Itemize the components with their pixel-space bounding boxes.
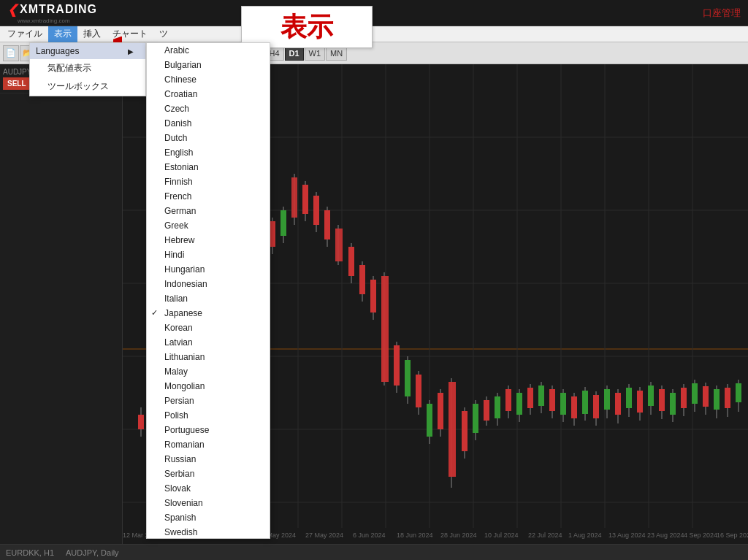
svg-rect-97 bbox=[549, 389, 555, 411]
svg-text:16 Sep 2024: 16 Sep 2024 bbox=[717, 532, 748, 539]
lang-slovenian[interactable]: Slovenian bbox=[147, 496, 270, 510]
lang-czech[interactable]: Czech bbox=[147, 101, 270, 116]
lang-french[interactable]: French bbox=[147, 189, 270, 204]
lang-lithuanian[interactable]: Lithuanian bbox=[147, 350, 270, 364]
svg-rect-79 bbox=[449, 382, 456, 477]
menu-item-market-watch[interactable]: 気配値表示 bbox=[30, 59, 145, 77]
toolbar-btn-new[interactable]: 📄 bbox=[3, 45, 19, 61]
svg-rect-123 bbox=[692, 383, 698, 404]
lang-mongolian[interactable]: Mongolian bbox=[147, 379, 270, 394]
svg-rect-49 bbox=[280, 210, 286, 236]
lang-croatian[interactable]: Croatian bbox=[147, 87, 270, 101]
lang-portuguese[interactable]: Portuguese bbox=[147, 423, 270, 437]
svg-rect-81 bbox=[462, 411, 468, 451]
lang-chinese[interactable]: Chinese bbox=[147, 72, 270, 87]
menu-item-toolbox[interactable]: ツールボックス bbox=[30, 77, 145, 96]
submenu-arrow-icon: ▶ bbox=[128, 47, 134, 55]
svg-rect-95 bbox=[538, 386, 544, 406]
svg-rect-109 bbox=[615, 393, 621, 415]
lang-arabic[interactable]: Arabic bbox=[147, 43, 270, 58]
lang-english[interactable]: English bbox=[147, 145, 270, 160]
svg-text:6 Jun 2024: 6 Jun 2024 bbox=[353, 532, 386, 539]
svg-rect-111 bbox=[626, 388, 632, 408]
lang-danish[interactable]: Danish bbox=[147, 116, 270, 131]
svg-rect-61 bbox=[348, 247, 354, 276]
menu-insert[interactable]: 挿入 bbox=[77, 26, 107, 42]
lang-latvian[interactable]: Latvian bbox=[147, 335, 270, 350]
lang-spanish[interactable]: Spanish bbox=[147, 510, 270, 525]
svg-rect-55 bbox=[313, 196, 319, 225]
svg-rect-129 bbox=[725, 388, 730, 408]
lang-hebrew[interactable]: Hebrew bbox=[147, 233, 270, 248]
menubar: ファイル 表示 挿入 チャート ツ bbox=[0, 26, 748, 42]
svg-rect-69 bbox=[394, 345, 400, 386]
logo: ❮ XMTRADING www.xmtrading.com bbox=[7, 2, 97, 24]
svg-rect-91 bbox=[516, 393, 522, 415]
statusbar-pair2[interactable]: AUDJPY, Daily bbox=[66, 548, 119, 557]
svg-rect-93 bbox=[527, 388, 533, 408]
lang-estonian[interactable]: Estonian bbox=[147, 160, 270, 174]
svg-text:23 Aug 2024: 23 Aug 2024 bbox=[647, 532, 684, 539]
menu-file[interactable]: ファイル bbox=[1, 26, 48, 42]
svg-rect-113 bbox=[637, 391, 643, 413]
lang-bulgarian[interactable]: Bulgarian bbox=[147, 58, 270, 72]
svg-rect-83 bbox=[473, 404, 478, 433]
lang-persian[interactable]: Persian bbox=[147, 394, 270, 408]
svg-rect-77 bbox=[438, 393, 443, 429]
svg-text:18 Jun 2024: 18 Jun 2024 bbox=[397, 532, 433, 539]
svg-text:4 Sep 2024: 4 Sep 2024 bbox=[684, 532, 717, 539]
lang-malay[interactable]: Malay bbox=[147, 364, 270, 379]
tooltip-text: 表示 bbox=[280, 9, 333, 45]
statusbar-pair1[interactable]: EURDKK, H1 bbox=[6, 548, 54, 557]
lang-dutch[interactable]: Dutch bbox=[147, 131, 270, 145]
svg-rect-119 bbox=[670, 393, 676, 415]
lang-romanian[interactable]: Romanian bbox=[147, 437, 270, 452]
lang-indonesian[interactable]: Indonesian bbox=[147, 277, 270, 291]
svg-rect-125 bbox=[703, 386, 709, 407]
lang-japanese[interactable]: ✓ Japanese bbox=[147, 306, 270, 321]
lang-hindi[interactable]: Hindi bbox=[147, 248, 270, 262]
svg-rect-75 bbox=[427, 404, 432, 437]
svg-rect-121 bbox=[681, 388, 687, 408]
svg-rect-51 bbox=[291, 177, 297, 218]
statusbar: EURDKK, H1 AUDJPY, Daily bbox=[0, 544, 748, 560]
svg-text:13 Aug 2024: 13 Aug 2024 bbox=[608, 532, 646, 539]
svg-rect-87 bbox=[495, 396, 500, 418]
lang-italian[interactable]: Italian bbox=[147, 291, 270, 306]
lang-swedish[interactable]: Swedish bbox=[147, 525, 270, 539]
left-panel: AUDJPY,D SELL 96.428 96.466 bbox=[0, 64, 123, 544]
svg-rect-107 bbox=[604, 389, 610, 410]
lang-polish[interactable]: Polish bbox=[147, 408, 270, 423]
svg-rect-101 bbox=[571, 396, 577, 418]
svg-rect-131 bbox=[736, 383, 741, 402]
svg-rect-59 bbox=[335, 229, 343, 261]
lang-slovak[interactable]: Slovak bbox=[147, 481, 270, 496]
menu-item-languages[interactable]: Languages ▶ bbox=[30, 43, 145, 59]
svg-rect-103 bbox=[582, 391, 588, 414]
lang-serbian[interactable]: Serbian bbox=[147, 467, 270, 481]
svg-text:27 May 2024: 27 May 2024 bbox=[305, 532, 343, 539]
svg-rect-117 bbox=[659, 389, 665, 411]
svg-rect-71 bbox=[405, 360, 411, 396]
check-icon: ✓ bbox=[151, 308, 158, 318]
lang-hungarian[interactable]: Hungarian bbox=[147, 262, 270, 277]
svg-text:10 Jul 2024: 10 Jul 2024 bbox=[484, 532, 519, 539]
svg-rect-57 bbox=[324, 210, 330, 239]
lang-german[interactable]: German bbox=[147, 204, 270, 218]
account-management-link[interactable]: 口座管理 bbox=[703, 7, 741, 18]
logo-url: www.xmtrading.com bbox=[18, 18, 70, 24]
lang-finnish[interactable]: Finnish bbox=[147, 174, 270, 189]
svg-rect-65 bbox=[370, 280, 376, 312]
svg-rect-47 bbox=[270, 221, 275, 247]
svg-text:28 Jun 2024: 28 Jun 2024 bbox=[440, 532, 477, 539]
svg-rect-63 bbox=[359, 265, 365, 294]
svg-rect-105 bbox=[593, 395, 599, 418]
svg-rect-73 bbox=[416, 375, 421, 407]
lang-korean[interactable]: Korean bbox=[147, 321, 270, 335]
sell-button[interactable]: SELL bbox=[3, 77, 31, 90]
svg-rect-85 bbox=[484, 400, 489, 421]
svg-rect-53 bbox=[302, 185, 308, 214]
lang-russian[interactable]: Russian bbox=[147, 452, 270, 467]
menu-view[interactable]: 表示 bbox=[48, 26, 77, 42]
lang-greek[interactable]: Greek bbox=[147, 218, 270, 233]
